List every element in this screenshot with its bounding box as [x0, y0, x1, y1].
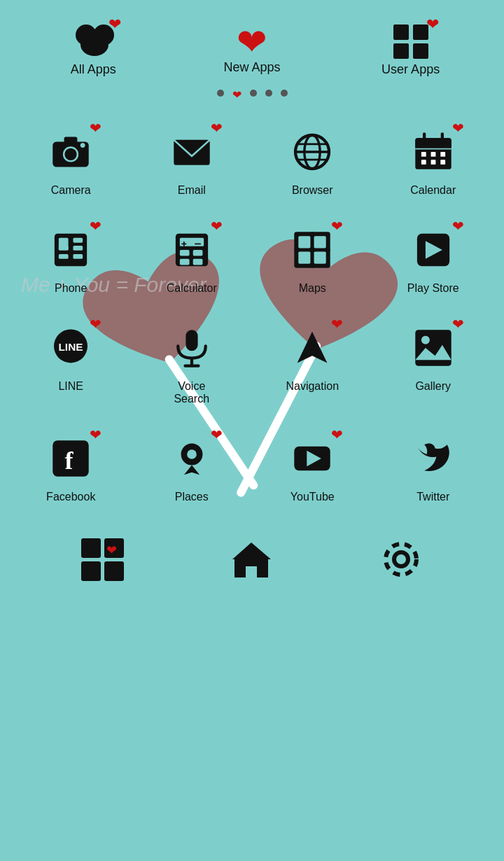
- email-label: Email: [178, 184, 206, 197]
- app-grid-row1: ❤ Camera ❤ Email Browser: [0, 111, 504, 209]
- svg-point-11: [65, 148, 77, 160]
- navigation-icon: [291, 327, 333, 369]
- calculator-heart-badge: ❤: [211, 219, 223, 233]
- tab-user-apps-label: User Apps: [382, 62, 440, 77]
- svg-rect-33: [74, 238, 83, 243]
- svg-point-4: [80, 34, 108, 56]
- app-calendar[interactable]: ❤ Calendar: [377, 118, 491, 202]
- app-play-store[interactable]: ❤ Play Store: [377, 216, 491, 300]
- line-heart-badge: ❤: [90, 317, 102, 331]
- play-store-label: Play Store: [407, 282, 459, 295]
- play-store-icon: [412, 229, 454, 271]
- calculator-icon: [171, 229, 213, 271]
- play-store-heart-badge: ❤: [452, 219, 464, 233]
- app-email[interactable]: ❤ Email: [135, 118, 249, 202]
- app-gallery[interactable]: ❤ Gallery: [377, 314, 491, 411]
- svg-marker-61: [298, 332, 328, 363]
- app-line[interactable]: LINE ❤ LINE: [14, 314, 128, 411]
- tab-new-apps-label: New Apps: [223, 60, 280, 75]
- facebook-heart-badge: ❤: [90, 428, 102, 442]
- browser-label: Browser: [292, 184, 333, 197]
- svg-rect-25: [440, 152, 445, 157]
- svg-rect-23: [421, 152, 426, 157]
- calendar-icon: [412, 131, 454, 173]
- email-icon: [171, 131, 213, 173]
- svg-text:LINE: LINE: [59, 341, 83, 353]
- gallery-label: Gallery: [415, 380, 451, 393]
- svg-rect-26: [421, 160, 426, 164]
- svg-rect-48: [299, 236, 311, 248]
- bottom-settings[interactable]: [379, 537, 424, 582]
- svg-point-13: [80, 143, 85, 148]
- bottom-home[interactable]: [229, 537, 274, 582]
- app-calculator[interactable]: ❤ Calculator: [135, 216, 249, 300]
- line-icon: LINE: [50, 327, 92, 369]
- svg-rect-40: [180, 250, 190, 256]
- places-icon: [171, 438, 213, 479]
- tab-all-apps-label: All Apps: [71, 62, 116, 77]
- user-apps-icon: [390, 21, 432, 59]
- app-grid-row2: ❤ Phone ❤ Calculator: [0, 209, 504, 307]
- app-grid-row4: f ❤ Facebook ❤ Places ❤ YouTube: [0, 418, 504, 516]
- app-facebook[interactable]: f ❤ Facebook: [14, 425, 128, 509]
- dot-5: [281, 90, 288, 97]
- twitter-label: Twitter: [416, 491, 449, 503]
- dot-3: [250, 90, 257, 97]
- camera-icon: [50, 131, 92, 173]
- app-browser[interactable]: Browser: [255, 118, 370, 202]
- bottom-all-apps[interactable]: ❤: [80, 537, 125, 582]
- gallery-icon: [412, 327, 454, 369]
- heart-badge-user-apps: ❤: [426, 15, 439, 34]
- dot-4: [265, 90, 272, 97]
- svg-marker-75: [232, 542, 271, 578]
- tab-user-apps[interactable]: ❤ User Apps: [348, 21, 474, 77]
- svg-rect-27: [430, 160, 435, 164]
- svg-rect-24: [430, 152, 435, 157]
- tab-all-apps[interactable]: ❤ All Apps: [30, 21, 156, 77]
- svg-rect-7: [393, 43, 409, 59]
- gallery-heart-badge: ❤: [452, 317, 464, 331]
- header: ❤ All Apps ❤ New Apps ❤ User Apps ❤: [0, 0, 504, 111]
- svg-rect-28: [440, 160, 445, 164]
- bottom-home-icon: [229, 537, 274, 582]
- heart-badge-all-apps: ❤: [108, 15, 121, 34]
- svg-rect-51: [314, 252, 326, 264]
- svg-rect-72: [81, 561, 101, 581]
- places-heart-badge: ❤: [211, 428, 223, 442]
- app-maps[interactable]: ❤ Maps: [255, 216, 370, 300]
- phone-heart-badge: ❤: [90, 219, 102, 233]
- app-camera[interactable]: ❤ Camera: [14, 118, 128, 202]
- app-phone[interactable]: ❤ Phone: [14, 216, 128, 300]
- app-voice-search[interactable]: VoiceSearch: [135, 314, 249, 411]
- youtube-label: YouTube: [290, 491, 335, 503]
- app-navigation[interactable]: ❤ Navigation: [255, 314, 370, 411]
- navigation-label: Navigation: [286, 380, 339, 393]
- svg-point-76: [394, 552, 408, 566]
- svg-rect-41: [192, 250, 202, 256]
- tab-new-apps[interactable]: ❤ New Apps: [189, 24, 315, 75]
- youtube-icon: [291, 438, 333, 479]
- svg-rect-43: [192, 259, 202, 265]
- app-youtube[interactable]: ❤ YouTube: [255, 425, 370, 509]
- new-apps-heart-icon: ❤: [237, 24, 267, 60]
- line-label: LINE: [58, 380, 83, 393]
- svg-rect-8: [413, 43, 428, 59]
- voice-search-icon: [171, 327, 213, 369]
- camera-label: Camera: [51, 184, 91, 197]
- facebook-icon: f: [50, 438, 92, 479]
- bottom-settings-icon: [379, 537, 424, 582]
- app-twitter[interactable]: Twitter: [377, 425, 491, 509]
- tabs-row: ❤ All Apps ❤ New Apps ❤ User Apps: [0, 14, 504, 84]
- navigation-heart-badge: ❤: [331, 317, 343, 331]
- svg-rect-73: [104, 561, 124, 581]
- svg-point-63: [421, 336, 430, 344]
- svg-rect-70: [81, 538, 101, 558]
- twitter-icon: [412, 438, 454, 479]
- phone-label: Phone: [55, 282, 87, 295]
- svg-rect-34: [59, 254, 69, 259]
- facebook-label: Facebook: [46, 491, 95, 503]
- page-dots: ❤: [0, 90, 504, 101]
- browser-icon: [291, 131, 333, 173]
- svg-text:f: f: [65, 447, 74, 475]
- app-places[interactable]: ❤ Places: [135, 425, 249, 509]
